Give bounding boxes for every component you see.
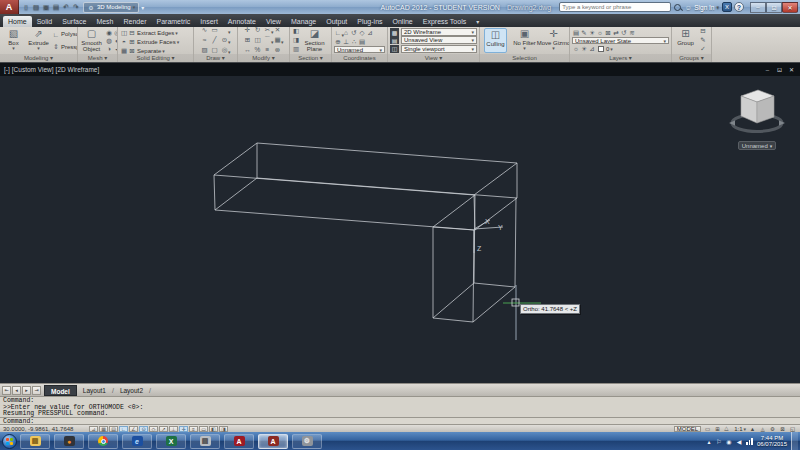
scale-icon[interactable]: %	[254, 46, 262, 54]
mirror-icon[interactable]: ◫	[254, 36, 262, 44]
panel-title-section[interactable]: Section ▾	[290, 54, 331, 62]
culling-button[interactable]: ◫ Culling	[484, 28, 507, 53]
layer-unlock-icon[interactable]: ⊿	[588, 45, 596, 53]
network-icon[interactable]	[746, 438, 753, 445]
layer-lock-icon[interactable]: ⊠	[604, 29, 612, 37]
ribbon-minimize-icon[interactable]: ▾	[476, 18, 479, 27]
move-gizmo-button[interactable]: ✛ Move Gizmo ▾	[542, 28, 565, 53]
layout-tab-model[interactable]: Model	[44, 385, 77, 396]
ungroup-icon[interactable]: ⊟	[699, 27, 707, 35]
command-input[interactable]: Command:	[0, 417, 800, 424]
windows-explorer-taskbar-button[interactable]: ▤	[20, 434, 50, 449]
tab-solid[interactable]: Solid	[32, 16, 58, 27]
mesh-add-crease-icon[interactable]: ◐	[113, 37, 117, 45]
ucs-previous-icon[interactable]: ↺	[350, 29, 358, 37]
tab-view[interactable]: View	[261, 16, 286, 27]
tab-annotate[interactable]: Annotate	[223, 16, 261, 27]
viewcube-ucs-menu[interactable]: Unnamed ▾	[738, 141, 777, 150]
annotation-visibility-icon[interactable]: ▲	[748, 425, 757, 432]
tab-mesh[interactable]: Mesh	[91, 16, 118, 27]
tab-render[interactable]: Render	[119, 16, 152, 27]
rectangle-icon[interactable]: ▭	[211, 27, 219, 34]
workspace-switching-icon[interactable]: ⚙	[768, 425, 777, 432]
last-layout-icon[interactable]: ⇥	[32, 386, 41, 395]
mesh-smooth-more-icon[interactable]: ◉	[105, 29, 113, 37]
mesh-refine-icon[interactable]: ◍	[105, 37, 113, 45]
qat-save-icon[interactable]: ▣	[42, 3, 50, 11]
mesh-smooth-less-icon[interactable]: ◎	[113, 29, 117, 37]
layer-thaw-icon[interactable]: ☀	[580, 45, 588, 53]
action-center-icon[interactable]: ⚐	[715, 437, 722, 445]
rotate-icon[interactable]: ↻	[254, 27, 262, 34]
model-space-button[interactable]: MODEL	[674, 426, 701, 432]
solid-check-icon[interactable]: ⊠	[128, 47, 136, 55]
layer-walk-icon[interactable]: ≋	[628, 29, 636, 37]
layer-on-icon[interactable]: ☼	[572, 45, 580, 53]
infer-constraints-icon[interactable]: ⊿	[89, 426, 98, 432]
search-icon[interactable]	[674, 4, 681, 11]
ellipse-icon[interactable]: ◎▾	[221, 46, 229, 54]
annotation-autoscale-icon[interactable]: ◬	[758, 425, 767, 432]
tab-parametric[interactable]: Parametric	[151, 16, 195, 27]
snap-icon[interactable]: ▦	[99, 426, 108, 432]
drawing-area[interactable]: XYZ [-] [Custom View] [2D Wireframe] –⊡✕…	[0, 63, 800, 383]
ucs-world-icon[interactable]: ⌂	[342, 29, 350, 37]
group-selection-icon[interactable]: ✓	[699, 45, 707, 53]
polyline-icon[interactable]: ∿	[201, 27, 209, 34]
ducs-icon[interactable]: ⊥	[169, 426, 178, 432]
panel-title-modify[interactable]: Modify ▾	[238, 54, 289, 62]
circle-icon[interactable]: ⊙▾	[221, 36, 229, 44]
ucs-face-icon[interactable]: ◇	[358, 29, 366, 37]
panel-title-layers[interactable]: Layers ▾	[570, 54, 671, 62]
array-icon[interactable]: ▦▾	[274, 36, 282, 44]
otrack-icon[interactable]: ↗	[159, 426, 168, 432]
osnap-icon[interactable]: ⊙	[139, 426, 148, 432]
tab-insert[interactable]: Insert	[195, 16, 223, 27]
move-icon[interactable]: ✛	[244, 27, 252, 34]
dyn-icon[interactable]: ✛	[179, 426, 188, 432]
solid-imprint-icon[interactable]: ⊞	[128, 38, 136, 46]
no-filter-button[interactable]: ▣ No Filter ▾	[513, 28, 536, 53]
spline-icon[interactable]: ≈	[201, 36, 209, 44]
osnap-3d-icon[interactable]: ◇	[149, 426, 158, 432]
panel-title-draw[interactable]: Draw ▾	[194, 54, 237, 62]
ortho-icon[interactable]: ∟	[119, 426, 128, 432]
drawing-restore-icon[interactable]: ⊡	[775, 65, 784, 74]
exchange-apps-icon[interactable]: X	[722, 2, 732, 12]
tab-manage[interactable]: Manage	[286, 16, 321, 27]
layer-state-combo[interactable]: Unsaved Layer State ▾	[572, 37, 669, 44]
tab-output[interactable]: Output	[321, 16, 352, 27]
layer-match-icon[interactable]: ⇄	[612, 29, 620, 37]
toolbar-lock-icon[interactable]: ⊠	[778, 425, 787, 432]
layer-isolate-icon[interactable]: ✎	[580, 29, 588, 37]
hatch-icon[interactable]: ▨	[201, 46, 209, 54]
start-button[interactable]	[2, 434, 17, 449]
panel-title-modeling[interactable]: Modeling ▾	[0, 54, 77, 62]
command-history[interactable]: Command:>>Enter new value for ORTHOMODE …	[0, 397, 800, 417]
viewport-config-combo[interactable]: Single viewport ▾	[401, 45, 477, 53]
solid-union-icon[interactable]: ◫	[120, 29, 128, 37]
ucs-3point-icon[interactable]: ∴	[350, 38, 358, 46]
application-menu-button[interactable]: A	[0, 0, 19, 14]
visual-style-combo[interactable]: 2D Wireframe ▾	[401, 28, 477, 36]
polysolid-button[interactable]: ∟ Polysolid	[52, 30, 77, 39]
live-section-icon[interactable]: ◧	[292, 27, 300, 35]
restore-button[interactable]: ⊡	[766, 2, 782, 13]
internet-explorer-taskbar-button[interactable]: e	[122, 434, 152, 449]
explode-icon[interactable]: ⊗	[274, 46, 282, 54]
quick-properties-icon[interactable]: ◧	[209, 426, 218, 432]
erase-icon[interactable]: ✕	[274, 27, 282, 34]
polar-icon[interactable]: ∠	[129, 426, 138, 432]
tab-home[interactable]: Home	[3, 16, 32, 27]
viewport-controls-menu[interactable]: [-]	[4, 66, 10, 73]
close-button[interactable]: ✕	[782, 2, 798, 13]
offset-icon[interactable]: ≡	[264, 46, 272, 54]
qat-new-icon[interactable]: ▯	[22, 3, 30, 11]
tab-surface[interactable]: Surface	[57, 16, 91, 27]
panel-title-solid-editing[interactable]: Solid Editing ▾	[118, 54, 193, 62]
drawing-close-icon[interactable]: ✕	[787, 65, 796, 74]
tab-plug-ins[interactable]: Plug-ins	[352, 16, 387, 27]
quick-view-drawings-icon[interactable]: ⊞	[713, 425, 722, 432]
autocad-taskbar-button[interactable]: A	[258, 434, 288, 449]
stretch-icon[interactable]: ↔	[244, 46, 252, 54]
